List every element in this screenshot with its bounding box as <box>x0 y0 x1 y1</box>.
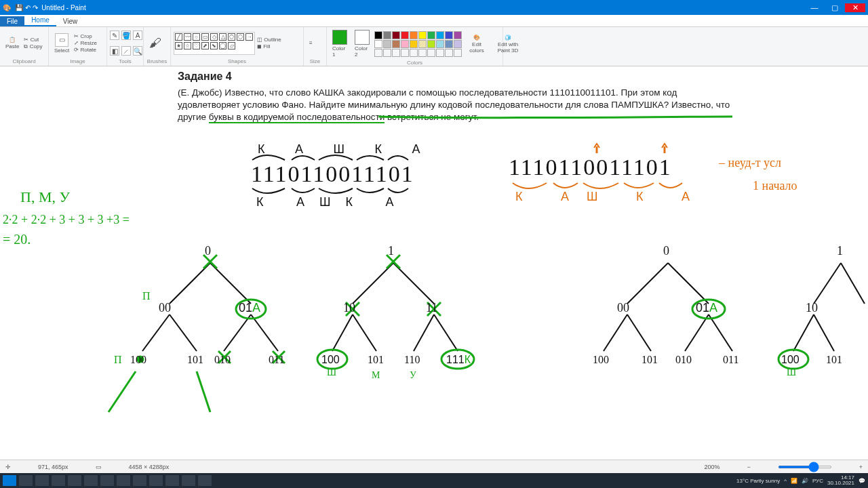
zoom-in-button[interactable]: + <box>859 464 863 470</box>
zoom-slider[interactable] <box>778 466 832 468</box>
svg-line-24 <box>841 263 865 304</box>
t1-001: 101 <box>187 354 203 366</box>
letters-bottom: К АШК А <box>256 195 409 209</box>
taskbar-app-10[interactable] <box>198 475 212 486</box>
t2-100: 100 <box>321 354 340 366</box>
taskbar-app-7[interactable] <box>149 475 163 486</box>
ribbon: 📋 Paste ✂ Cut ⧉ Copy Clipboard ▭ Select … <box>0 27 868 66</box>
pencil-tool[interactable]: ✎ <box>110 30 119 40</box>
picker-tool[interactable]: ⟋ <box>121 46 131 56</box>
color2-button[interactable]: Color 2 <box>352 28 372 59</box>
group-brushes: 🖌 Brushes <box>144 27 171 66</box>
color-palette[interactable] <box>374 31 462 57</box>
taskbar-app-8[interactable] <box>165 475 179 486</box>
taskbar-app-6[interactable] <box>133 475 146 486</box>
colors-label: Colors <box>330 60 500 66</box>
crop-button[interactable]: ✂ Crop <box>74 33 97 39</box>
size-button[interactable]: ≡ <box>307 39 315 47</box>
paint3d-button[interactable]: 🧊 Edit with Paint 3D <box>492 33 524 55</box>
svg-line-26 <box>814 314 834 351</box>
taskbar-app-9[interactable] <box>182 475 195 486</box>
svg-line-9 <box>393 263 434 304</box>
weather-widget[interactable]: 13°C Partly sunny <box>736 478 780 484</box>
letters-top: К А Ш К А <box>258 142 434 157</box>
taskbar-taskview[interactable] <box>35 475 49 486</box>
statusbar: ✛ 971, 465px ▭ 4458 × 4288px 200% − + <box>0 460 868 473</box>
tab-view[interactable]: View <box>56 16 85 26</box>
svg-line-23 <box>814 263 841 304</box>
window-title: Untitled - Paint <box>41 4 804 12</box>
t3-100: 100 <box>593 354 609 366</box>
svg-line-5 <box>251 314 278 351</box>
edit-colors-button[interactable]: 🎨 Edit colors <box>464 33 490 55</box>
t3-101: 101 <box>642 354 658 366</box>
text-tool[interactable]: A <box>133 30 142 40</box>
tray-clock[interactable]: 14:1730.10.2021 <box>827 475 854 486</box>
svg-line-4 <box>224 314 251 351</box>
paint3d-icon: 🧊 <box>505 35 511 41</box>
clipboard-icon: 📋 <box>9 37 16 43</box>
tray-sound-icon[interactable]: 🔊 <box>802 478 808 484</box>
shapes-gallery[interactable]: ╱〰○▭◇△⬠⬡ →★☆♡⬈⬊◯▱ <box>174 32 255 55</box>
svg-line-16 <box>627 263 668 304</box>
svg-line-25 <box>793 314 814 351</box>
cursor-pos-icon: ✛ <box>5 464 11 470</box>
calc-line2: = 20. <box>3 232 31 247</box>
t2-110-u: У <box>410 370 416 381</box>
resize-button[interactable]: ⤢ Resize <box>74 40 97 46</box>
quick-undo-icon[interactable]: ↶ <box>25 4 31 12</box>
quick-save-icon[interactable]: 💾 <box>15 4 23 12</box>
brushes-button[interactable]: 🖌 <box>146 35 164 52</box>
tray-lang[interactable]: РУС <box>812 478 823 484</box>
fill-button[interactable]: ◼ Fill <box>257 43 281 49</box>
eraser-tool[interactable]: ◧ <box>110 46 119 56</box>
canvas[interactable]: Задание 4 (Е. Джобс) Известно, что слово… <box>0 66 868 460</box>
paint-icon: 🎨 <box>3 4 11 12</box>
pmu-note: П, М, У <box>20 188 70 206</box>
calc-line1: 2·2 + 2·2 + 3 + 3 + 3 +3 = <box>3 213 130 227</box>
svg-line-19 <box>627 314 651 351</box>
rotate-button[interactable]: ⟳ Rotate <box>74 47 97 53</box>
fill-tool[interactable]: 🪣 <box>121 30 131 40</box>
t1-011: 011 <box>269 354 284 366</box>
maximize-button[interactable]: ▢ <box>825 3 845 12</box>
quick-redo-icon[interactable]: ↷ <box>33 4 38 12</box>
cut-button[interactable]: ✂ Cut <box>24 37 42 43</box>
orange-note2: 1 начало <box>753 179 797 193</box>
taskbar-app-4[interactable] <box>100 475 114 486</box>
zoom-out-button[interactable]: − <box>747 464 750 470</box>
zoom-tool[interactable]: 🔍 <box>133 46 142 56</box>
code-main: 1110110011101 <box>251 161 414 187</box>
taskbar-app-1[interactable] <box>52 475 65 486</box>
t2-11: 11 <box>426 301 437 315</box>
taskbar-app-5[interactable] <box>117 475 130 486</box>
taskbar-app-2[interactable] <box>68 475 81 486</box>
letters-orange: К АШ К А <box>515 190 707 204</box>
taskbar-search[interactable] <box>19 475 33 486</box>
brushes-label: Brushes <box>146 58 167 64</box>
svg-line-3 <box>170 314 197 351</box>
t4-100-sh: Ш <box>787 367 796 378</box>
minimize-button[interactable]: ― <box>804 3 825 12</box>
svg-line-17 <box>668 263 709 304</box>
t4-100: 100 <box>781 354 800 366</box>
tray-network-icon[interactable]: 📶 <box>791 478 797 484</box>
problem-heading: Задание 4 <box>178 69 734 84</box>
problem-body: (Е. Джобс) Известно, что слово КАШКА зак… <box>178 87 734 124</box>
paste-button[interactable]: 📋 Paste <box>3 35 22 51</box>
tab-home[interactable]: Home <box>24 15 56 26</box>
outline-button[interactable]: ◫ Outline <box>257 37 281 43</box>
tray-notifications-icon[interactable]: 💬 <box>859 478 865 484</box>
select-button[interactable]: ▭ Select <box>52 32 72 55</box>
taskbar-app-3[interactable] <box>84 475 98 486</box>
tray-chevron-icon[interactable]: ^ <box>784 478 787 484</box>
copy-button[interactable]: ⧉ Copy <box>24 43 42 50</box>
start-button[interactable] <box>3 475 16 486</box>
color1-button[interactable]: Color 1 <box>330 28 350 59</box>
canvas-area[interactable]: Задание 4 (Е. Джобс) Известно, что слово… <box>0 66 868 460</box>
color2-swatch <box>355 30 370 45</box>
close-button[interactable]: ✕ <box>845 3 865 12</box>
system-tray[interactable]: 13°C Partly sunny ^ 📶 🔊 РУС 14:1730.10.2… <box>736 475 865 486</box>
svg-line-1 <box>210 263 251 304</box>
tab-file[interactable]: File <box>0 16 24 26</box>
